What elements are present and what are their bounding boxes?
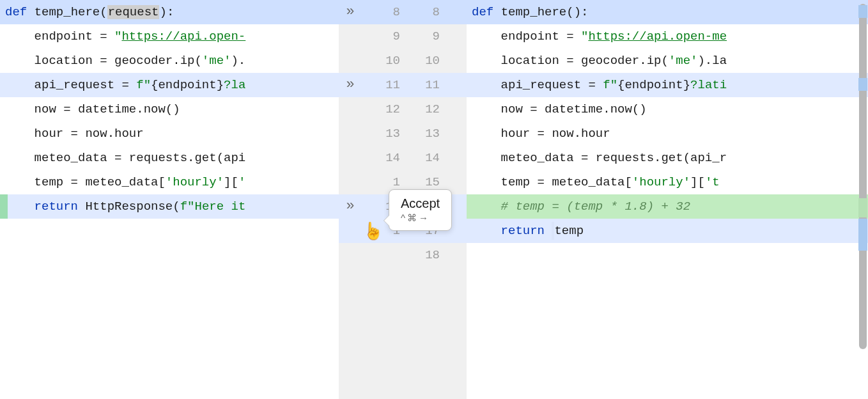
code-line[interactable]: api_request = f"{endpoint}?la [0, 73, 339, 97]
accept-chevron-icon[interactable]: » [339, 0, 362, 24]
right-line-number: 14 [407, 146, 451, 170]
code-line[interactable] [467, 243, 868, 267]
left-line-number: 12 [362, 97, 407, 121]
gutter-row: 18 [339, 243, 467, 267]
gutter-row: 1212 [339, 97, 467, 121]
left-line-number: 11 [362, 73, 407, 97]
code-line[interactable]: now = datetime.now() [467, 97, 868, 121]
popup-beak [384, 215, 389, 226]
accept-chevron-icon[interactable]: » [339, 194, 362, 219]
left-line-number: 9 [362, 24, 407, 49]
code-line[interactable]: api_request = f"{endpoint}?lati [467, 73, 868, 97]
left-code-pane[interactable]: def temp_here(request): endpoint = "http… [0, 0, 339, 399]
right-line-number: 10 [407, 49, 451, 73]
right-line-number: 9 [407, 24, 451, 49]
right-code-pane[interactable]: def temp_here(): endpoint = "https://api… [467, 0, 868, 399]
accept-label[interactable]: Accept [401, 196, 440, 211]
code-line[interactable]: return HttpResponse(f"Here it [0, 194, 339, 219]
left-line-number: 14 [362, 146, 407, 170]
code-line[interactable]: hour = now.hour [467, 121, 868, 146]
left-line-number: 13 [362, 121, 407, 146]
code-line[interactable]: meteo_data = requests.get(api [0, 146, 339, 170]
scroll-diff-marker[interactable] [858, 219, 867, 251]
code-line[interactable]: def temp_here(request): [0, 0, 339, 24]
code-line[interactable]: def temp_here(): [467, 0, 868, 24]
gutter-row: 99 [339, 24, 467, 49]
left-line-number: 10 [362, 49, 407, 73]
gutter-row: »1111 [339, 73, 467, 97]
code-line[interactable]: hour = now.hour [0, 121, 339, 146]
gutter-row: 1010 [339, 49, 467, 73]
right-line-number: 18 [407, 243, 451, 267]
scrollbar-thumb[interactable] [859, 4, 867, 349]
right-line-number: 13 [407, 121, 451, 146]
accept-chevron-icon[interactable]: » [339, 73, 362, 97]
gutter-row: 1414 [339, 146, 467, 170]
code-line[interactable]: # temp = (temp * 1.8) + 32 [467, 194, 868, 219]
gutter-row: 1313 [339, 121, 467, 146]
code-line[interactable]: location = geocoder.ip('me'). [0, 49, 339, 73]
code-line[interactable]: endpoint = "https://api.open- [0, 24, 339, 49]
code-line[interactable]: location = geocoder.ip('me').la [467, 49, 868, 73]
code-line[interactable]: temp = meteo_data['hourly'][' [0, 170, 339, 194]
right-line-number: 8 [407, 0, 451, 24]
left-line-number: 8 [362, 0, 407, 24]
accept-shortcut: ^⌘→ [401, 212, 440, 224]
scroll-diff-marker[interactable] [858, 5, 867, 18]
code-line[interactable]: meteo_data = requests.get(api_r [467, 146, 868, 170]
right-line-number: 12 [407, 97, 451, 121]
scroll-diff-marker[interactable] [858, 198, 867, 217]
right-line-number: 11 [407, 73, 451, 97]
code-line[interactable]: endpoint = "https://api.open-me [467, 24, 868, 49]
scroll-diff-marker[interactable] [858, 78, 867, 91]
code-line[interactable]: return temp [467, 219, 868, 243]
code-line[interactable]: now = datetime.now() [0, 97, 339, 121]
gutter-row: »88 [339, 0, 467, 24]
code-line[interactable]: temp = meteo_data['hourly']['t [467, 170, 868, 194]
accept-diff-popup[interactable]: Accept ^⌘→ [389, 189, 452, 231]
